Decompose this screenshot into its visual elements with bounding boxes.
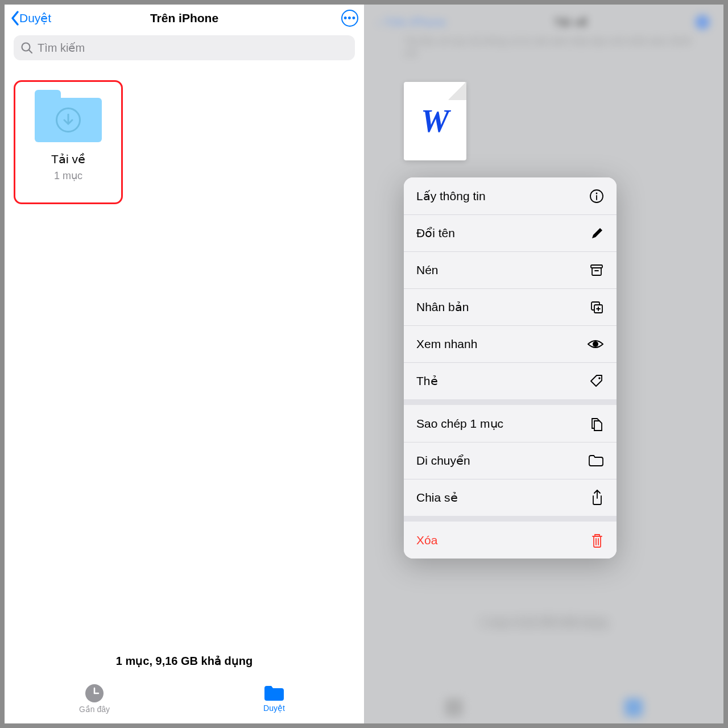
tab-recent-label: Gần đây	[79, 705, 110, 714]
menu-share-label: Chia sẻ	[416, 491, 458, 504]
menu-delete[interactable]: Xóa	[404, 522, 617, 559]
context-menu: Lấy thông tin Đổi tên Nén Nhân bản Xem n…	[404, 177, 617, 559]
menu-copy-label: Sao chép 1 mục	[416, 417, 503, 431]
pencil-icon	[590, 226, 604, 240]
tab-recent[interactable]: Gần đây	[5, 673, 184, 723]
menu-quicklook[interactable]: Xem nhanh	[404, 325, 617, 362]
word-letter: W	[421, 103, 449, 139]
more-button[interactable]: •••	[341, 10, 358, 27]
menu-separator	[404, 399, 617, 405]
menu-get-info-label: Lấy thông tin	[416, 189, 486, 203]
search-icon	[20, 42, 33, 54]
menu-get-info[interactable]: Lấy thông tin	[404, 177, 617, 214]
svg-line-1	[29, 50, 32, 53]
duplicate-icon	[589, 300, 604, 315]
back-button[interactable]: Duyệt	[10, 10, 51, 26]
tab-browse[interactable]: Duyệt	[184, 673, 364, 723]
file-word-icon[interactable]: W	[404, 82, 466, 160]
clock-icon	[85, 684, 104, 703]
folder-downloads[interactable]: Tải về 1 mục	[14, 80, 123, 204]
info-icon	[589, 189, 604, 204]
menu-compress-label: Nén	[416, 263, 439, 277]
folder-subtitle: 1 mục	[54, 169, 82, 182]
menu-tag-label: Thẻ	[416, 374, 438, 388]
download-arrow-icon	[63, 114, 74, 126]
archive-icon	[589, 263, 604, 278]
files-browse-screen: Duyệt Trên iPhone ••• Tìm kiếm Tải về 1 …	[0, 0, 364, 728]
menu-copy[interactable]: Sao chép 1 mục	[404, 405, 617, 442]
menu-quicklook-label: Xem nhanh	[416, 337, 477, 351]
folder-tab-icon	[263, 685, 285, 702]
menu-duplicate-label: Nhân bản	[416, 300, 469, 314]
menu-delete-label: Xóa	[416, 533, 437, 547]
tab-browse-label: Duyệt	[263, 704, 285, 713]
search-bar[interactable]: Tìm kiếm	[14, 35, 355, 60]
tag-icon	[589, 374, 604, 388]
blurred-footer-info: 1 mục 9,16 GB khả dụng	[364, 615, 723, 628]
eye-icon	[587, 338, 604, 350]
storage-info: 1 mục, 9,16 GB khả dụng	[5, 643, 364, 673]
menu-move-label: Di chuyển	[416, 454, 470, 468]
search-placeholder: Tìm kiếm	[38, 41, 85, 55]
menu-duplicate[interactable]: Nhân bản	[404, 288, 617, 325]
copy-doc-icon	[589, 416, 604, 432]
svg-rect-10	[592, 268, 601, 275]
menu-separator	[404, 516, 617, 522]
folder-move-icon	[588, 454, 604, 467]
menu-share[interactable]: Chia sẻ	[404, 479, 617, 516]
tab-bar: Gần đây Duyệt	[5, 673, 364, 723]
content-grid: Tải về 1 mục	[5, 63, 364, 643]
blurred-subtitle: Tài liệu về các hệ thống xử lý văn bản h…	[364, 35, 723, 59]
back-label: Duyệt	[19, 11, 51, 25]
svg-point-17	[598, 377, 601, 379]
svg-point-7	[596, 192, 598, 194]
folder-icon	[35, 90, 102, 142]
blurred-nav: ‹ Trên iPhone Tải về	[364, 5, 723, 35]
menu-rename[interactable]: Đổi tên	[404, 214, 617, 251]
folder-name: Tải về	[51, 152, 85, 166]
menu-compress[interactable]: Nén	[404, 251, 617, 288]
svg-point-16	[593, 341, 598, 347]
menu-rename-label: Đổi tên	[416, 226, 455, 240]
menu-tag[interactable]: Thẻ	[404, 362, 617, 399]
blurred-tabs	[364, 698, 723, 717]
trash-icon	[590, 532, 604, 548]
nav-bar: Duyệt Trên iPhone •••	[5, 5, 364, 32]
share-icon	[590, 489, 604, 506]
menu-move[interactable]: Di chuyển	[404, 442, 617, 479]
context-menu-screen: ‹ Trên iPhone Tải về Tài liệu về các hệ …	[364, 0, 728, 728]
page-title: Trên iPhone	[5, 11, 364, 25]
